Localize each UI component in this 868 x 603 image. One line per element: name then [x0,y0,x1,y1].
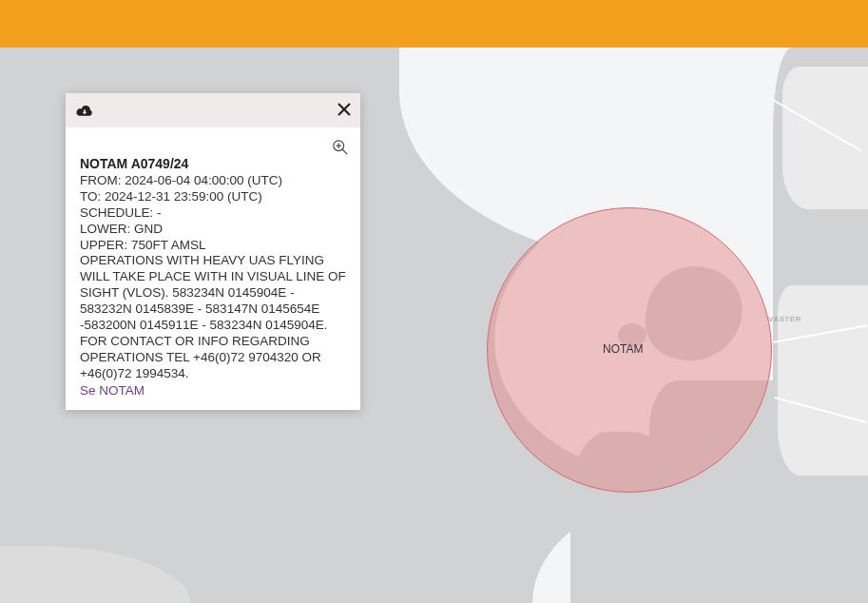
popup-from: FROM: 2024-06-04 04:00:00 (UTC) [80,173,346,189]
svg-line-3 [342,149,347,154]
cloud-download-icon[interactable] [75,103,94,118]
popup-to: TO: 2024-12-31 23:59:00 (UTC) [80,189,346,205]
popup-schedule: SCHEDULE: - [80,205,346,222]
popup-body: NOTAM A0749/24 FROM: 2024-06-04 04:00:00… [66,127,360,410]
top-bar [0,0,868,48]
close-icon[interactable] [338,102,351,119]
map-canvas[interactable]: VÄSTER NOTAM [0,48,868,603]
zoom-in-icon[interactable] [332,139,349,160]
urban-shape [778,285,868,476]
popup-description: OPERATIONS WITH HEAVY UAS FLYING WILL TA… [80,253,346,381]
notam-zone-label: NOTAM [603,342,643,356]
popup-notam-link[interactable]: Se NOTAM [80,383,145,398]
urban-shape [782,67,868,209]
popup-title: NOTAM A0749/24 [80,156,346,171]
popup-lower: LOWER: GND [80,222,346,238]
water-shape [0,546,190,603]
map-city-label: VÄSTER [768,315,801,323]
notam-popup: NOTAM A0749/24 FROM: 2024-06-04 04:00:00… [66,93,360,410]
popup-header [66,93,360,127]
popup-upper: UPPER: 750FT AMSL [80,238,346,254]
